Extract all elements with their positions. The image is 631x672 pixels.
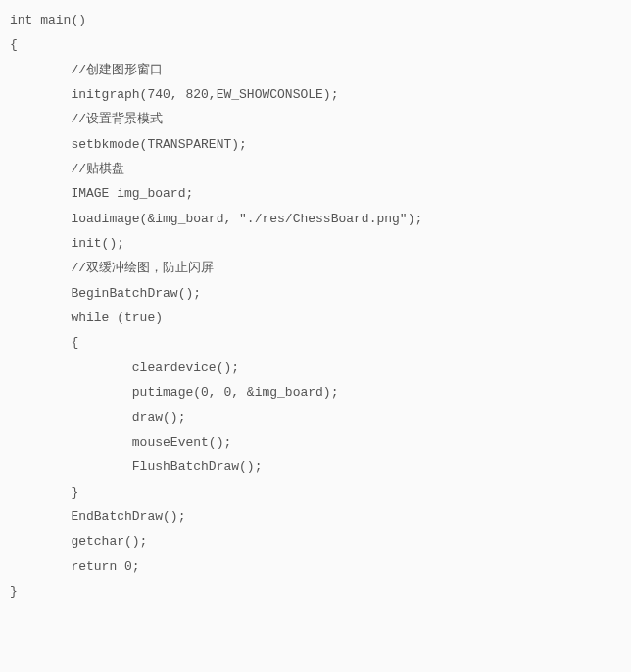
code-line: //贴棋盘	[10, 157, 621, 181]
code-line: //设置背景模式	[10, 107, 621, 131]
code-block: int main(){ //创建图形窗口 initgraph(740, 820,…	[10, 8, 621, 603]
code-line: return 0;	[10, 554, 621, 579]
code-line: loadimage(&img_board, "./res/ChessBoard.…	[10, 207, 621, 231]
code-line: }	[10, 579, 621, 603]
code-line: {	[10, 330, 621, 355]
code-line: getchar();	[10, 529, 621, 553]
code-line: int main()	[10, 8, 621, 32]
code-line: }	[10, 480, 621, 504]
code-line: draw();	[10, 406, 621, 430]
code-line: {	[10, 32, 621, 57]
code-line: mouseEvent();	[10, 430, 621, 455]
code-line: BeginBatchDraw();	[10, 281, 621, 306]
code-line: init();	[10, 231, 621, 256]
code-line: EndBatchDraw();	[10, 504, 621, 529]
code-line: putimage(0, 0, &img_board);	[10, 380, 621, 405]
code-line: FlushBatchDraw();	[10, 455, 621, 479]
code-line: //双缓冲绘图，防止闪屏	[10, 256, 621, 280]
code-line: cleardevice();	[10, 356, 621, 380]
code-line: //创建图形窗口	[10, 58, 621, 82]
code-line: IMAGE img_board;	[10, 181, 621, 206]
code-line: initgraph(740, 820,EW_SHOWCONSOLE);	[10, 82, 621, 107]
code-line: setbkmode(TRANSPARENT);	[10, 132, 621, 157]
code-line: while (true)	[10, 306, 621, 330]
